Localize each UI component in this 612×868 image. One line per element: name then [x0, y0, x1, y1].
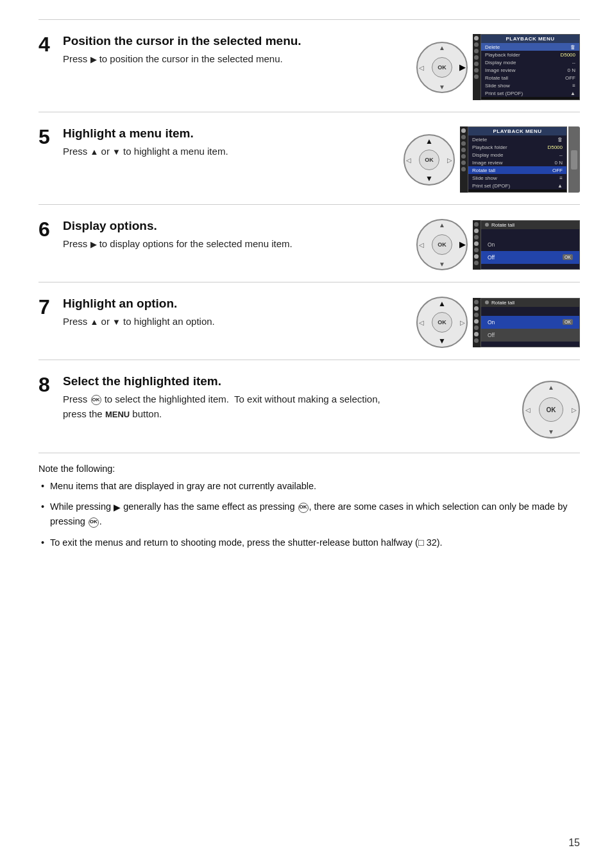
- rotate-tall-title-6: Rotate tall: [491, 222, 514, 228]
- menu-row-delete: Delete🗑: [481, 43, 579, 51]
- step-6-number: 6: [38, 219, 50, 239]
- step-4-dpad: ▲ ▼ ◁ ▶ OK: [416, 42, 468, 93]
- dpad-ok-label-8: OK: [547, 406, 556, 413]
- dpad-left-6: ◁: [419, 241, 424, 248]
- step-8-section: 8 Select the highlighted item. Press OK …: [38, 360, 580, 453]
- dpad-down-6: ▼: [439, 261, 445, 268]
- side-dot-5-6: [461, 161, 466, 165]
- ok-badge-6: OK: [563, 254, 573, 260]
- side-dot-5-3: [461, 141, 466, 146]
- menu5-row-rotate: Rotate tallOFF: [468, 166, 566, 174]
- side-dot-7-5: [474, 326, 479, 330]
- dpad-ok-button[interactable]: OK: [432, 57, 452, 78]
- menu5-row-review: Image review0 N: [468, 159, 566, 166]
- rotate-tall-screen-7: Rotate tall On OK Off: [480, 298, 580, 347]
- side-dot-6-2: [474, 229, 479, 233]
- page-number: 15: [568, 837, 580, 849]
- step-5-visuals: ▲ ▼ ◁ ▷ OK: [404, 126, 580, 193]
- ok-badge-7: OK: [563, 319, 573, 325]
- side-dot-5-2: [461, 135, 466, 139]
- step-5-desc: Press ▲ or ▼ to highlight a menu item.: [63, 144, 391, 159]
- side-dot-6-7: [474, 261, 479, 265]
- dpad-up-8: ▲: [548, 384, 554, 391]
- menu-text-label: MENU: [105, 410, 130, 419]
- step-4-heading: Position the cursor in the selected menu…: [63, 34, 400, 48]
- screen-header-4: PLAYBACK MENU: [481, 35, 579, 43]
- side-dot-6-6: [474, 254, 479, 259]
- side-dot-5-1: [461, 128, 466, 133]
- step-5-section: 5 Highlight a menu item. Press ▲ or ▼ to…: [38, 112, 580, 204]
- side-dot-5-7: [461, 167, 466, 171]
- option-on-6: On: [481, 238, 579, 251]
- dpad-ok-label-5: OK: [425, 157, 434, 163]
- side-dot-7-6: [474, 332, 479, 336]
- dpad-down-5: ▼: [425, 174, 433, 183]
- dpad-left-7: ◁: [419, 319, 424, 326]
- dpad-up-7: ▲: [438, 299, 446, 308]
- rotate-tall-screen-6: Rotate tall On Off OK: [480, 220, 580, 270]
- dpad-up-5: ▲: [425, 137, 433, 146]
- step-7-left: 7 Highlight an option. Press ▲ or ▼ to h…: [38, 297, 413, 329]
- menu-row-print: Print set (DPOF)▲: [481, 89, 579, 97]
- screen-header-5: PLAYBACK MENU: [468, 127, 566, 135]
- dpad-left-8: ◁: [525, 406, 531, 413]
- side-dot-6-1: [474, 222, 479, 227]
- step-7-dpad: ▲ ▼ ◁ ▷ OK: [416, 297, 468, 348]
- step-6-visuals: ▲ ▼ ◁ ▶ OK: [413, 219, 580, 270]
- menu5-row-print: Print set (DPOF)▲: [468, 182, 566, 189]
- dpad-left-5: ◁: [406, 156, 411, 163]
- dpad-down-7: ▼: [438, 336, 446, 345]
- cam-side-bar-5: [460, 126, 468, 193]
- step-4-visuals: ▲ ▼ ◁ ▶ OK PL: [413, 34, 580, 100]
- rotate-tall-header-7: Rotate tall: [481, 299, 579, 307]
- step-7-visuals: ▲ ▼ ◁ ▷ OK: [413, 297, 580, 348]
- option-off-6: Off OK: [481, 251, 579, 264]
- menu5-row-folder: Playback folderD5000: [468, 143, 566, 151]
- dpad-ok-8[interactable]: OK: [539, 397, 563, 422]
- side-dot-5-4: [461, 148, 466, 152]
- dpad-right-7: ▷: [460, 319, 465, 326]
- step-5-heading: Highlight a menu item.: [63, 126, 391, 141]
- cam-side-bar-6: [473, 220, 480, 270]
- menu-row-slideshow: Slide show≡: [481, 82, 579, 89]
- step-6-heading: Display options.: [63, 219, 400, 233]
- step-6-section: 6 Display options. Press ▶ to display op…: [38, 204, 580, 282]
- menu-row-review: Image review0 N: [481, 66, 579, 74]
- cam-side-bar-7: [473, 298, 480, 347]
- side-dot-2: [474, 42, 479, 47]
- side-dot-7-1: [474, 300, 479, 304]
- rotate-tall-title-7: Rotate tall: [491, 300, 514, 306]
- step-7-desc: Press ▲ or ▼ to highlight an option.: [63, 315, 400, 329]
- side-dot-7-7: [474, 338, 479, 343]
- step-6-desc: Press ▶ to display options for the selec…: [63, 237, 400, 252]
- rotate-tall-header-6: Rotate tall: [481, 221, 579, 229]
- side-dot-6: [474, 68, 479, 73]
- step-4-desc: Press ▶ to position the cursor in the se…: [63, 52, 400, 67]
- side-dot-1: [474, 36, 479, 40]
- step-5-number: 5: [38, 126, 50, 147]
- menu5-row-delete: Delete🗑: [468, 135, 566, 143]
- step-5-screen-wrapper: PLAYBACK MENU Delete🗑 Playback folderD50…: [460, 126, 580, 193]
- dpad-ok-6[interactable]: OK: [432, 234, 452, 255]
- dpad-right-5: ▷: [447, 156, 452, 163]
- dpad-right-6: ▶: [459, 240, 465, 249]
- dpad-arrow-down-icon: ▼: [439, 83, 445, 91]
- step-5-dpad: ▲ ▼ ◁ ▷ OK: [404, 134, 455, 186]
- notes-list: Menu items that are displayed in gray ar…: [38, 479, 580, 550]
- menu-row-rotate: Rotate tallOFF: [481, 74, 579, 82]
- step-8-number: 8: [38, 374, 50, 395]
- side-dot-7-4: [474, 319, 479, 324]
- step-8-left: 8 Select the highlighted item. Press OK …: [38, 374, 413, 421]
- option-on-7: On OK: [481, 316, 579, 329]
- side-dot-7-2: [474, 306, 479, 311]
- side-dot-3: [474, 49, 479, 53]
- side-dot-5: [474, 62, 479, 66]
- note-item-2: While pressing ▶ generally has the same …: [38, 499, 580, 528]
- dpad-ok-7[interactable]: OK: [432, 312, 452, 333]
- dpad-ok-5[interactable]: OK: [419, 150, 439, 170]
- dpad-arrow-right-icon: ▶: [459, 63, 465, 72]
- menu5-row-slideshow: Slide show≡: [468, 174, 566, 182]
- dpad-up-6: ▲: [439, 221, 445, 229]
- step-4-left: 4 Position the cursor in the selected me…: [38, 34, 413, 67]
- side-dot-7: [474, 74, 479, 79]
